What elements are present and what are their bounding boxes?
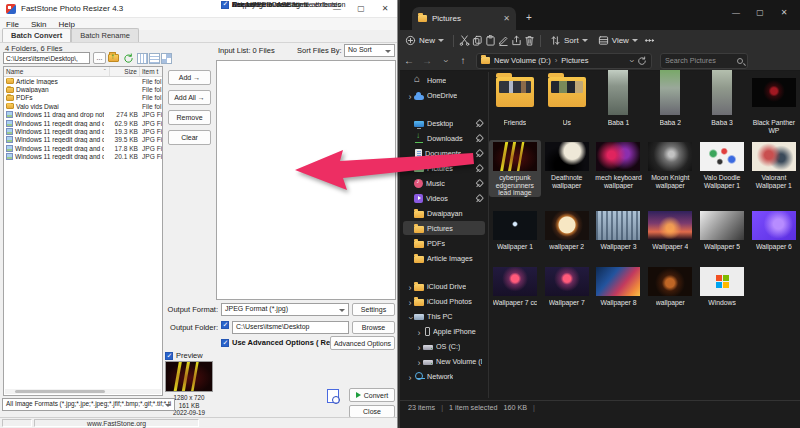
- grid-item[interactable]: Wallpaper 8: [593, 265, 645, 307]
- image-formats-dropdown[interactable]: All Image Formats (*.jpg;*.jpe;*.jpeg;*.…: [2, 398, 175, 411]
- recent-locations-button[interactable]: ›: [436, 55, 454, 66]
- sidebar-item[interactable]: › New Volume (D:): [412, 354, 485, 368]
- explorer-close-button[interactable]: ✕: [772, 2, 796, 22]
- scrollbar-thumb[interactable]: [15, 390, 105, 393]
- preview-checkbox[interactable]: [165, 352, 173, 360]
- file-row[interactable]: Windows 11 regedit drag and drop no... 1…: [4, 127, 162, 135]
- sidebar-item[interactable]: › This PC: [403, 309, 485, 323]
- grid-item[interactable]: Deathnote wallpaper: [541, 140, 593, 197]
- input-file-list[interactable]: [216, 60, 396, 300]
- search-input[interactable]: [665, 56, 737, 65]
- output-format-dropdown[interactable]: JPEG Format (*.jpg): [221, 303, 349, 316]
- file-row[interactable]: Windows 11 regedit drag and drop no... 3…: [4, 136, 162, 144]
- close-button[interactable]: ✕: [373, 0, 397, 17]
- file-row[interactable]: PDFs File fol: [4, 94, 162, 102]
- column-size[interactable]: Size: [110, 67, 140, 76]
- file-row[interactable]: Valo vids Dwai File fol: [4, 102, 162, 110]
- forward-button[interactable]: →: [418, 55, 436, 66]
- remove-button[interactable]: Remove: [168, 110, 211, 125]
- expand-chevron-icon[interactable]: [406, 249, 414, 267]
- expand-chevron-icon[interactable]: ›: [406, 307, 414, 325]
- grid-item[interactable]: cyberpunk edgerunners lead image: [489, 140, 541, 197]
- expand-chevron-icon[interactable]: ›: [406, 86, 414, 104]
- grid-item[interactable]: Valo Doodle Wallpaper 1: [696, 140, 748, 197]
- grid-item[interactable]: Moon Knight wallpaper: [644, 140, 696, 197]
- view-thumbnails-button[interactable]: [160, 52, 172, 64]
- sidebar-item[interactable]: Home: [403, 73, 485, 87]
- tab-batch-rename[interactable]: Batch Rename: [71, 28, 139, 42]
- preview-report-icon[interactable]: [327, 389, 339, 403]
- file-row[interactable]: Windows 11 regedit drag and drop no... 1…: [4, 144, 162, 152]
- sidebar-item[interactable]: Downloads: [403, 131, 485, 145]
- sidebar-item[interactable]: › iCloud Photos: [403, 294, 485, 308]
- grid-item[interactable]: Friends: [489, 66, 541, 134]
- option-checkbox[interactable]: [221, 1, 229, 9]
- sidebar-item[interactable]: Pictures: [403, 221, 485, 235]
- sidebar-item[interactable]: PDFs: [403, 236, 485, 250]
- source-file-list[interactable]: Name Size Item t Article Images File fol…: [3, 66, 163, 396]
- convert-button[interactable]: Convert: [349, 388, 395, 402]
- grid-item[interactable]: Wallpaper 7 cc: [489, 265, 541, 307]
- sidebar-item[interactable]: › iCloud Drive: [403, 279, 485, 293]
- file-row[interactable]: Windows 11 regedit drag and drop no... 6…: [4, 119, 162, 127]
- file-row[interactable]: Windows 11 drag and drop not workin... 2…: [4, 111, 162, 119]
- grid-item[interactable]: Wallpaper 4: [644, 209, 696, 251]
- new-button[interactable]: New: [400, 35, 449, 46]
- grid-item[interactable]: Baba 2: [644, 66, 696, 134]
- sidebar-item[interactable]: › OneDrive: [403, 88, 485, 102]
- refresh-icon[interactable]: [637, 56, 647, 66]
- sidebar-item[interactable]: Videos: [403, 191, 485, 205]
- explorer-minimize-button[interactable]: —: [724, 2, 748, 22]
- address-dropdown-icon[interactable]: ›: [627, 59, 637, 62]
- output-folder-checkbox[interactable]: [221, 321, 229, 329]
- grid-item[interactable]: mech keyboard wallpaper: [593, 140, 645, 197]
- refresh-button[interactable]: [122, 52, 134, 64]
- grid-item[interactable]: Us: [541, 66, 593, 134]
- sidebar-item[interactable]: Music: [403, 176, 485, 190]
- grid-item[interactable]: wallpaper 2: [541, 209, 593, 251]
- explorer-tab-pictures[interactable]: Pictures ✕: [412, 7, 516, 30]
- grid-item[interactable]: Black Panther WP: [748, 66, 800, 134]
- new-tab-button[interactable]: +: [526, 12, 532, 23]
- sidebar-item[interactable]: Dwaipayan: [403, 206, 485, 220]
- output-folder-input[interactable]: C:\Users\itsme\Desktop: [232, 321, 349, 334]
- advanced-options-checkbox[interactable]: [221, 339, 229, 347]
- view-columns-button[interactable]: [136, 52, 148, 64]
- sort-button[interactable]: Sort: [545, 35, 593, 46]
- advanced-options-button[interactable]: Advanced Options: [330, 336, 395, 350]
- more-options-button[interactable]: [643, 34, 656, 47]
- browse-button[interactable]: Browse: [352, 321, 395, 334]
- add-all-button[interactable]: Add All →: [168, 90, 211, 105]
- cut-button[interactable]: [458, 34, 471, 47]
- breadcrumb-drive[interactable]: New Volume (D:): [494, 56, 551, 65]
- maximize-button[interactable]: ▢: [349, 0, 373, 17]
- delete-button[interactable]: [523, 34, 536, 47]
- grid-item[interactable]: Wallpaper 6: [748, 209, 800, 251]
- sidebar-item[interactable]: › Network: [403, 369, 485, 383]
- expand-chevron-icon[interactable]: ›: [406, 367, 414, 385]
- file-row[interactable]: Windows 11 regedit drag and drop no... 2…: [4, 153, 162, 161]
- grid-item[interactable]: Wallpaper 1: [489, 209, 541, 251]
- paste-button[interactable]: [484, 34, 497, 47]
- sidebar-item[interactable]: › OS (C:): [412, 339, 485, 353]
- file-row[interactable]: Dwaipayan File fol: [4, 85, 162, 93]
- grid-item[interactable]: Wallpaper 3: [593, 209, 645, 251]
- grid-item[interactable]: Valorant Wallpaper 1: [748, 140, 800, 197]
- view-button[interactable]: View: [593, 35, 643, 46]
- sidebar-item[interactable]: Article Images: [403, 251, 485, 265]
- back-button[interactable]: ←: [400, 55, 418, 66]
- share-button[interactable]: [510, 34, 523, 47]
- expand-chevron-icon[interactable]: ›: [415, 352, 423, 370]
- grid-item[interactable]: Wallpaper 5: [696, 209, 748, 251]
- file-row[interactable]: Article Images File fol: [4, 77, 162, 85]
- explorer-maximize-button[interactable]: ▢: [748, 2, 772, 22]
- sidebar-item[interactable]: › Apple iPhone: [412, 324, 485, 338]
- browse-folder-button[interactable]: ...: [93, 52, 106, 64]
- clear-button[interactable]: Clear: [168, 130, 211, 145]
- grid-item[interactable]: wallpaper: [644, 265, 696, 307]
- copy-button[interactable]: [471, 34, 484, 47]
- directory-path-input[interactable]: C:\Users\itsme\Desktop\,: [3, 52, 90, 64]
- horizontal-scrollbar[interactable]: [5, 389, 161, 394]
- rename-button[interactable]: [497, 34, 510, 47]
- column-type[interactable]: Item t: [140, 67, 162, 76]
